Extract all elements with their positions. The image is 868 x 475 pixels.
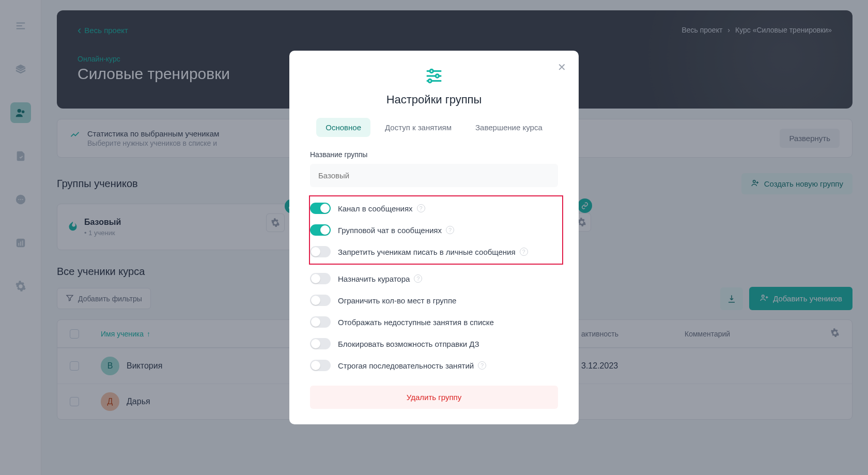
- toggle-strict-order[interactable]: [310, 360, 331, 371]
- svg-point-17: [428, 79, 431, 82]
- toggle-label: Блокировать возможность отправки ДЗ: [338, 340, 479, 348]
- toggle-limit-seats[interactable]: [310, 295, 331, 306]
- close-icon[interactable]: ✕: [557, 61, 566, 73]
- toggle-label: Строгая последовательность занятий: [338, 361, 474, 370]
- toggle-channel[interactable]: [310, 203, 331, 214]
- svg-point-13: [430, 69, 433, 72]
- delete-group-button[interactable]: Удалить группу: [310, 386, 558, 409]
- modal-overlay[interactable]: ✕ Настройки группы Основное Доступ к зан…: [0, 0, 868, 475]
- highlight-box: Канал в сообщениях? Групповой чат в сооб…: [309, 195, 563, 265]
- help-icon[interactable]: ?: [478, 361, 486, 370]
- toggle-restrict-dm[interactable]: [310, 246, 331, 257]
- toggle-group-chat[interactable]: [310, 224, 331, 236]
- svg-point-15: [436, 74, 439, 78]
- help-icon[interactable]: ?: [417, 204, 425, 212]
- sliders-icon: [310, 66, 558, 86]
- group-name-label: Название группы: [310, 150, 558, 159]
- toggle-block-hw[interactable]: [310, 338, 331, 349]
- toggle-label: Назначить куратора: [338, 274, 410, 283]
- toggle-label: Групповой чат в сообщениях: [338, 226, 442, 235]
- toggle-curator[interactable]: [310, 273, 331, 284]
- group-name-input[interactable]: [310, 164, 558, 187]
- group-settings-modal: ✕ Настройки группы Основное Доступ к зан…: [289, 51, 579, 424]
- toggle-show-locked[interactable]: [310, 316, 331, 328]
- tab-access[interactable]: Доступ к занятиям: [376, 118, 461, 137]
- modal-title: Настройки группы: [310, 93, 558, 106]
- help-icon[interactable]: ?: [446, 226, 454, 234]
- toggle-label: Запретить ученикам писать в личные сообщ…: [338, 248, 516, 256]
- toggle-label: Канал в сообщениях: [338, 204, 413, 213]
- toggle-label: Ограничить кол-во мест в группе: [338, 296, 456, 305]
- help-icon[interactable]: ?: [414, 274, 422, 283]
- tab-main[interactable]: Основное: [316, 118, 370, 137]
- help-icon[interactable]: ?: [520, 248, 528, 256]
- tab-completion[interactable]: Завершение курса: [466, 118, 552, 137]
- toggle-label: Отображать недоступные занятия в списке: [338, 318, 494, 327]
